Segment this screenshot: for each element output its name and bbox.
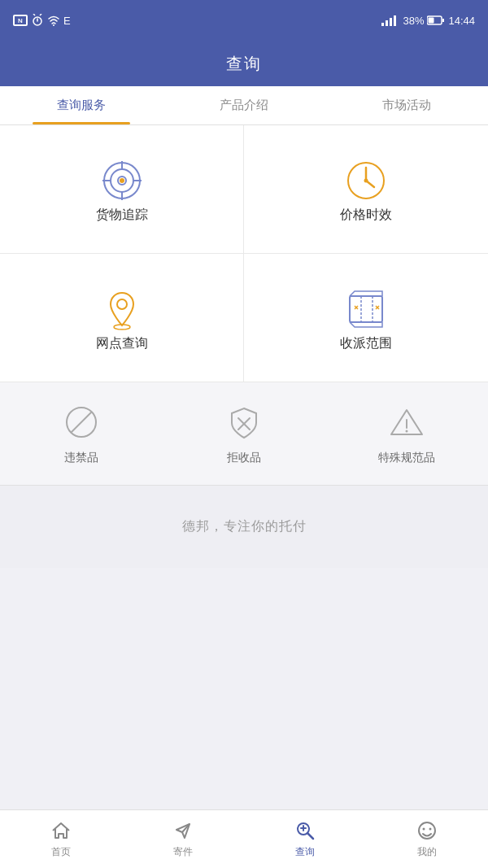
grid-label-tracking: 货物追踪 (96, 207, 148, 224)
svg-rect-8 (394, 15, 396, 26)
svg-line-34 (71, 412, 92, 433)
nav-label-home: 首页 (51, 845, 71, 859)
wifi-icon (47, 14, 60, 27)
bottom-item-prohibited[interactable]: 违禁品 (33, 402, 130, 465)
svg-point-45 (423, 828, 425, 831)
svg-point-18 (120, 178, 124, 183)
smiley-icon (416, 819, 438, 842)
svg-line-3 (40, 14, 41, 15)
triangle-warning-icon (386, 402, 427, 443)
nav-item-home[interactable]: 首页 (0, 810, 122, 868)
signal-bars-icon (381, 15, 399, 26)
clock-icon (340, 155, 392, 207)
bottom-item-rejected[interactable]: 拒收品 (195, 402, 293, 465)
svg-point-4 (53, 24, 54, 26)
alarm-icon (31, 14, 44, 27)
svg-line-2 (33, 14, 35, 15)
bottom-label-special: 特殊规范品 (378, 451, 435, 465)
grid-item-outlet[interactable]: 网点查询 (0, 254, 244, 382)
bottom-section: 违禁品 拒收品 特殊规范品 (0, 382, 488, 486)
slogan-section: 德邦，专注你的托付 (0, 486, 488, 568)
grid-item-tracking[interactable]: 货物追踪 (0, 125, 244, 254)
send-icon (172, 819, 194, 842)
bottom-item-special[interactable]: 特殊规范品 (358, 402, 455, 465)
shield-x-icon (224, 402, 264, 443)
nav-label-query: 查询 (295, 845, 315, 859)
nav-label-mine: 我的 (417, 845, 437, 859)
signal-text: E (63, 15, 71, 27)
grid-label-outlet: 网点查询 (96, 335, 148, 352)
battery-icon (427, 15, 445, 25)
grid-item-range[interactable]: 收派范围 (244, 254, 488, 382)
nav-item-mine[interactable]: 我的 (366, 810, 488, 868)
svg-point-46 (429, 828, 432, 831)
svg-rect-5 (381, 23, 384, 26)
time-display: 14:44 (448, 15, 475, 27)
svg-rect-7 (390, 18, 392, 26)
tab-bar: 查询服务 产品介绍 市场活动 (0, 86, 488, 125)
svg-rect-43 (303, 825, 304, 831)
status-bar-left: N E (13, 14, 71, 27)
home-icon (50, 819, 72, 842)
bottom-label-prohibited: 违禁品 (64, 451, 98, 465)
bottom-label-rejected: 拒收品 (227, 451, 261, 465)
tab-market[interactable]: 市场活动 (325, 86, 488, 124)
main-grid: 货物追踪 价格时效 网点查询 (0, 125, 488, 382)
map-icon (340, 283, 392, 335)
slogan-text: 德邦，专注你的托付 (182, 519, 307, 533)
nav-label-ship: 寄件 (173, 845, 193, 859)
footer-nav: 首页 寄件 查询 我的 (0, 809, 488, 868)
svg-point-22 (364, 179, 368, 183)
svg-rect-10 (429, 18, 434, 24)
grid-label-price: 价格时效 (340, 207, 392, 224)
grid-item-price[interactable]: 价格时效 (244, 125, 488, 254)
nav-item-ship[interactable]: 寄件 (122, 810, 244, 868)
search-icon (294, 819, 316, 842)
page-title: 查询 (226, 53, 262, 75)
circle-slash-icon (61, 402, 102, 443)
status-bar: N E 38% 14:44 (0, 0, 488, 41)
header: 查询 (0, 41, 488, 86)
battery-percent: 38% (403, 15, 424, 27)
grid-label-range: 收派范围 (340, 335, 392, 352)
svg-point-38 (406, 430, 408, 433)
svg-line-41 (307, 833, 313, 839)
location-icon (96, 283, 148, 335)
tab-product[interactable]: 产品介绍 (163, 86, 325, 124)
svg-point-23 (117, 299, 127, 309)
status-bar-right: 38% 14:44 (381, 15, 475, 27)
nfc-icon: N (13, 15, 28, 26)
svg-rect-6 (386, 20, 388, 26)
target-icon (96, 155, 148, 207)
nav-item-query[interactable]: 查询 (244, 810, 366, 868)
tab-service[interactable]: 查询服务 (0, 86, 163, 124)
